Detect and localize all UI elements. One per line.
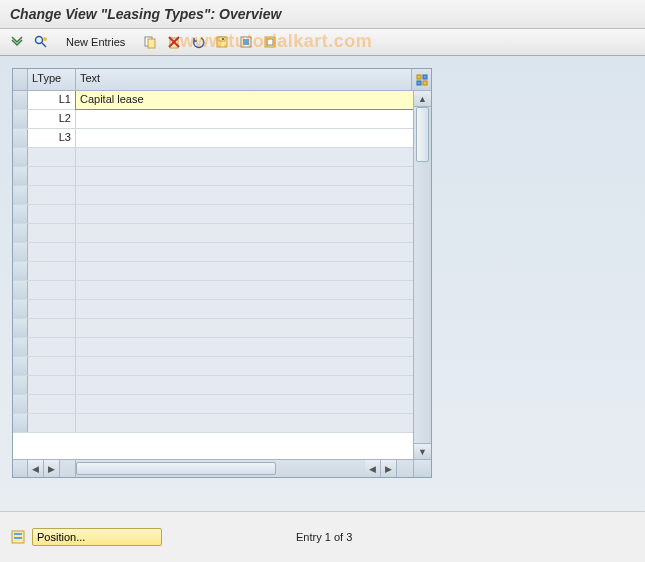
ltype-cell — [28, 224, 76, 242]
row-selector[interactable] — [13, 281, 28, 299]
svg-rect-16 — [423, 75, 427, 79]
svg-rect-18 — [423, 81, 427, 85]
text-cell[interactable] — [76, 110, 413, 128]
svg-rect-4 — [148, 39, 155, 48]
table-row — [13, 148, 413, 167]
hscroll-corner-right — [413, 460, 431, 477]
undo-icon[interactable] — [189, 33, 207, 51]
svg-point-0 — [36, 37, 43, 44]
svg-rect-21 — [14, 537, 22, 539]
hscroll-thumb[interactable] — [76, 462, 276, 475]
delete-icon[interactable] — [165, 33, 183, 51]
hscroll-corner-left — [13, 460, 28, 477]
text-cell — [76, 300, 413, 318]
save-icon[interactable] — [213, 33, 231, 51]
text-cell — [76, 357, 413, 375]
table-row: L2 — [13, 110, 413, 129]
scroll-right2-icon[interactable]: ▶ — [381, 460, 397, 477]
table-row — [13, 224, 413, 243]
ltype-cell[interactable]: L3 — [28, 129, 76, 147]
ltype-cell — [28, 205, 76, 223]
hscroll-track[interactable] — [76, 460, 365, 477]
table-row — [13, 338, 413, 357]
row-selector[interactable] — [13, 262, 28, 280]
table-header: LType Text — [13, 69, 431, 91]
position-label: Position... — [37, 531, 85, 543]
scroll-down-icon[interactable]: ▼ — [414, 443, 431, 459]
text-cell — [76, 243, 413, 261]
text-cell — [76, 167, 413, 185]
entry-status: Entry 1 of 3 — [296, 531, 352, 543]
row-selector[interactable] — [13, 338, 28, 356]
ltype-cell — [28, 148, 76, 166]
row-selector[interactable] — [13, 205, 28, 223]
ltype-cell[interactable]: L2 — [28, 110, 76, 128]
expand-icon[interactable] — [8, 33, 26, 51]
ltype-cell — [28, 186, 76, 204]
find-icon[interactable] — [32, 33, 50, 51]
scroll-left2-icon[interactable]: ◀ — [365, 460, 381, 477]
position-icon[interactable] — [10, 528, 28, 546]
table-row — [13, 262, 413, 281]
text-cell[interactable]: Capital lease — [76, 91, 413, 109]
table-settings-icon[interactable] — [411, 69, 431, 90]
row-selector[interactable] — [13, 186, 28, 204]
ltype-cell — [28, 300, 76, 318]
row-selector[interactable] — [13, 395, 28, 413]
select-all-icon[interactable] — [237, 33, 255, 51]
row-selector[interactable] — [13, 414, 28, 432]
table-row — [13, 281, 413, 300]
table-row — [13, 376, 413, 395]
scroll-thumb[interactable] — [416, 107, 429, 162]
row-selector[interactable] — [13, 129, 28, 147]
row-selector[interactable] — [13, 167, 28, 185]
deselect-all-icon[interactable] — [261, 33, 279, 51]
text-cell[interactable] — [76, 129, 413, 147]
table-row — [13, 167, 413, 186]
table-row — [13, 414, 413, 433]
ltype-cell — [28, 395, 76, 413]
table-row: L3 — [13, 129, 413, 148]
horizontal-scrollbar: ◀ ▶ ◀ ▶ — [13, 459, 431, 477]
row-selector[interactable] — [13, 243, 28, 261]
vertical-scrollbar[interactable]: ▲ ▼ — [413, 91, 431, 459]
text-cell — [76, 205, 413, 223]
copy-icon[interactable] — [141, 33, 159, 51]
text-cell — [76, 376, 413, 394]
row-selector[interactable] — [13, 148, 28, 166]
svg-rect-10 — [222, 38, 224, 40]
footer: Position... Entry 1 of 3 — [0, 511, 645, 561]
row-selector[interactable] — [13, 300, 28, 318]
row-selector[interactable] — [13, 319, 28, 337]
row-selector[interactable] — [13, 376, 28, 394]
scroll-track[interactable] — [414, 107, 431, 443]
ltype-cell — [28, 262, 76, 280]
new-entries-button[interactable]: New Entries — [60, 34, 131, 50]
text-cell — [76, 224, 413, 242]
row-selector[interactable] — [13, 91, 28, 109]
text-cell — [76, 319, 413, 337]
text-cell — [76, 148, 413, 166]
row-selector[interactable] — [13, 357, 28, 375]
ltype-cell — [28, 319, 76, 337]
data-table: LType Text L1Capital leaseL2L3 ▲ ▼ ◀ ▶ — [12, 68, 432, 478]
ltype-cell[interactable]: L1 — [28, 91, 76, 109]
scroll-left-icon[interactable]: ◀ — [28, 460, 44, 477]
text-column-header[interactable]: Text — [76, 69, 411, 90]
row-selector[interactable] — [13, 110, 28, 128]
text-cell — [76, 414, 413, 432]
ltype-column-header[interactable]: LType — [28, 69, 76, 90]
ltype-cell — [28, 414, 76, 432]
ltype-cell — [28, 357, 76, 375]
row-selector[interactable] — [13, 224, 28, 242]
ltype-cell — [28, 167, 76, 185]
main-content: LType Text L1Capital leaseL2L3 ▲ ▼ ◀ ▶ — [0, 56, 645, 511]
table-row — [13, 357, 413, 376]
table-row — [13, 205, 413, 224]
scroll-up-icon[interactable]: ▲ — [414, 91, 431, 107]
select-column-header[interactable] — [13, 69, 28, 90]
scroll-right-icon[interactable]: ▶ — [44, 460, 60, 477]
table-row — [13, 395, 413, 414]
ltype-cell — [28, 376, 76, 394]
position-button[interactable]: Position... — [32, 528, 162, 546]
